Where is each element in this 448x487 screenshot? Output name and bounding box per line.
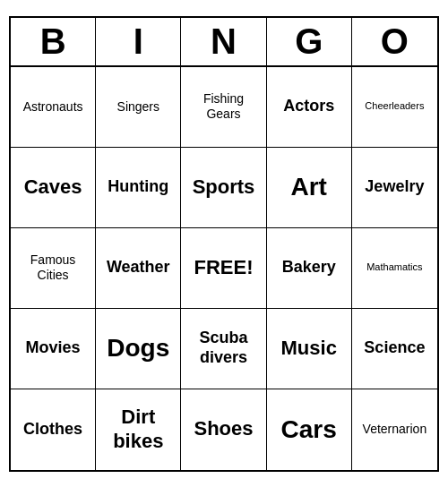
bingo-header-letter: G (267, 18, 352, 65)
bingo-cell: Jewelry (352, 148, 437, 228)
bingo-cell: Actors (267, 67, 352, 148)
bingo-cell: Caves (11, 148, 96, 228)
bingo-cell: Famous Cities (11, 228, 96, 309)
bingo-cell: Singers (96, 67, 181, 148)
bingo-cell: FREE! (181, 228, 266, 309)
bingo-cell: Sports (181, 148, 266, 228)
bingo-cell: Cheerleaders (352, 67, 437, 148)
bingo-cell: Mathamatics (352, 228, 437, 309)
bingo-header: BINGO (11, 18, 437, 67)
bingo-header-letter: B (11, 18, 96, 65)
bingo-cell: Shoes (181, 389, 266, 470)
bingo-cell: Music (267, 309, 352, 389)
bingo-cell: Clothes (11, 389, 96, 470)
bingo-cell: Dirt bikes (96, 389, 181, 470)
bingo-cell: Cars (267, 389, 352, 470)
bingo-cell: Movies (11, 309, 96, 389)
bingo-cell: Weather (96, 228, 181, 309)
bingo-cell: Fishing Gears (181, 67, 266, 148)
bingo-cell: Art (267, 148, 352, 228)
bingo-grid: AstronautsSingersFishing GearsActorsChee… (11, 67, 437, 470)
bingo-header-letter: I (96, 18, 181, 65)
bingo-header-letter: N (181, 18, 266, 65)
bingo-cell: Science (352, 309, 437, 389)
bingo-header-letter: O (352, 18, 437, 65)
bingo-cell: Dogs (96, 309, 181, 389)
bingo-card: BINGO AstronautsSingersFishing GearsActo… (9, 16, 439, 472)
bingo-cell: Astronauts (11, 67, 96, 148)
bingo-cell: Hunting (96, 148, 181, 228)
bingo-cell: Veternarion (352, 389, 437, 470)
bingo-cell: Scuba divers (181, 309, 266, 389)
bingo-cell: Bakery (267, 228, 352, 309)
